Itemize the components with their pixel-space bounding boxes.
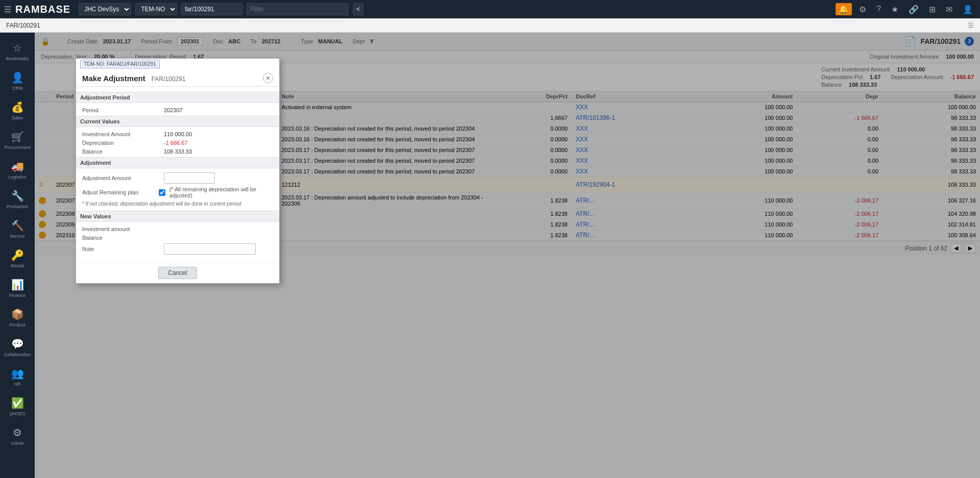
remaining-plan-label: Adjust Remaining plan [82, 189, 159, 195]
sidebar-item-collaboration[interactable]: 💬 Collaboration [0, 333, 35, 362]
investment-amount-field-row: Investment Amount 110 000.00 [82, 131, 273, 137]
logistics-icon: 🚚 [11, 160, 24, 172]
qhses-icon: ✅ [11, 397, 24, 409]
hr-icon: 👥 [11, 367, 24, 380]
breadcrumb-bar: FAR/100291 ☰ [0, 18, 980, 33]
new-balance-field-row: Balance [82, 235, 273, 241]
note-label: Note [82, 246, 164, 252]
sidebar-label-admin: Admin [11, 441, 24, 446]
modal-close-button[interactable]: × [263, 73, 273, 83]
bell-button[interactable]: 🔔 [836, 3, 852, 15]
sidebar-item-logistics[interactable]: 🚚 Logistics [0, 155, 35, 185]
content-area: 🔒 · Create Date 2023.01.17 Period From 2… [35, 33, 980, 478]
note-input[interactable] [164, 243, 256, 255]
new-values-section-header: New Values [76, 211, 279, 222]
new-balance-label: Balance [82, 235, 164, 241]
make-adjustment-dialog: TEM-NO: FARADJ/FAR/100291 Make Adjustmen… [76, 58, 280, 284]
adjustment-period-section-header: Adjustment Period [76, 92, 279, 103]
modal-far-ref: FAR/100291 [152, 76, 186, 83]
sales-icon: 💰 [11, 101, 24, 113]
adjustment-amount-field-row: Adjustment Amount [82, 172, 273, 184]
rental-icon: 🔑 [11, 249, 24, 261]
product-icon: 📦 [11, 308, 24, 320]
modal-footer: Cancel [76, 262, 279, 283]
app-logo: RAMBASE [15, 4, 70, 15]
sidebar-item-admin[interactable]: ⚙ Admin [0, 421, 35, 451]
menu-icon[interactable]: ☰ [968, 21, 974, 29]
nav-back-button[interactable]: < [353, 3, 363, 15]
path-input[interactable] [181, 3, 242, 15]
hamburger-icon[interactable]: ☰ [4, 5, 11, 14]
modal-body: Adjustment Period Period 202307 Current … [76, 87, 279, 262]
cancel-button[interactable]: Cancel [158, 267, 197, 279]
sidebar-item-hr[interactable]: 👥 HR [0, 362, 35, 392]
period-value: 202307 [164, 107, 183, 113]
settings-button[interactable]: ⚙ [856, 3, 869, 15]
depreciation-value: -1 666.67 [164, 140, 187, 146]
main-layout: ☆ Bookmarks 👤 CRM 💰 Sales 🛒 Procurement … [0, 33, 980, 478]
adjustment-amount-label: Adjustment Amount [82, 175, 164, 181]
sidebar-label-qhses: QHSES [9, 411, 26, 416]
sidebar: ☆ Bookmarks 👤 CRM 💰 Sales 🛒 Procurement … [0, 33, 35, 478]
adjustment-warning-note: * If not checked, depreciation adjustmen… [82, 201, 273, 207]
sidebar-label-collaboration: Collaboration [4, 352, 31, 357]
grid-button[interactable]: ⊞ [926, 3, 939, 15]
modal-title: Make Adjustment [82, 74, 145, 83]
company-select[interactable]: JHC DevSys [79, 3, 131, 15]
modal-header: Make Adjustment FAR/100291 × [76, 69, 279, 87]
sidebar-label-bookmarks: Bookmarks [6, 56, 29, 61]
sidebar-item-crm[interactable]: 👤 CRM [0, 66, 35, 96]
admin-icon: ⚙ [13, 426, 22, 439]
logo-text: RAMBASE [15, 4, 70, 15]
finance-icon: 📊 [11, 279, 24, 291]
sidebar-item-production[interactable]: 🔧 Production [0, 185, 35, 214]
sidebar-label-sales: Sales [12, 115, 23, 120]
adjustment-section-header: Adjustment [76, 157, 279, 168]
note-field-row: Note [82, 243, 273, 255]
sidebar-label-finance: Finance [9, 293, 26, 298]
user-button[interactable]: 👤 [960, 3, 976, 15]
production-icon: 🔧 [11, 190, 24, 202]
crm-icon: 👤 [11, 71, 24, 84]
current-values-section-header: Current Values [76, 116, 279, 127]
service-icon: 🔨 [11, 219, 24, 232]
tem-badge: TEM-NO: FARADJ/FAR/100291 [80, 60, 160, 68]
sidebar-item-qhses[interactable]: ✅ QHSES [0, 392, 35, 421]
depreciation-field-row: Depreciation -1 666.67 [82, 140, 273, 146]
depreciation-label: Depreciation [82, 140, 164, 146]
sidebar-label-service: Service [10, 234, 25, 239]
sidebar-item-service[interactable]: 🔨 Service [0, 214, 35, 244]
sidebar-label-product: Product [9, 322, 25, 328]
link-button[interactable]: 🔗 [905, 3, 922, 15]
remaining-plan-field-row: Adjust Remaining plan (* All remaining d… [82, 186, 273, 198]
sidebar-item-product[interactable]: 📦 Product [0, 303, 35, 333]
remaining-plan-note: (* All remaining depreciation will be ad… [169, 186, 273, 198]
env-select[interactable]: TEM-NO [135, 3, 177, 15]
breadcrumb: FAR/100291 [6, 22, 40, 29]
help-button[interactable]: ? [873, 3, 884, 15]
sidebar-item-rental[interactable]: 🔑 Rental [0, 244, 35, 273]
adjustment-amount-input[interactable] [164, 172, 215, 184]
sidebar-label-logistics: Logistics [8, 174, 26, 180]
remaining-plan-checkbox[interactable] [159, 189, 165, 196]
balance-cv-label: Balance [82, 148, 164, 155]
favorites-button[interactable]: ★ [888, 3, 901, 15]
mail-button[interactable]: ✉ [943, 3, 955, 15]
filter-input[interactable] [247, 3, 349, 15]
balance-cv-field-row: Balance 108 333.33 [82, 148, 273, 155]
sidebar-item-bookmarks[interactable]: ☆ Bookmarks [0, 37, 35, 66]
balance-cv-value: 108 333.33 [164, 148, 192, 155]
investment-amount-value: 110 000.00 [164, 131, 192, 137]
period-field-row: Period 202307 [82, 107, 273, 113]
sidebar-item-sales[interactable]: 💰 Sales [0, 96, 35, 125]
sidebar-item-finance[interactable]: 📊 Finance [0, 273, 35, 303]
collaboration-icon: 💬 [11, 338, 24, 350]
sidebar-item-procurement[interactable]: 🛒 Procurement [0, 125, 35, 155]
period-label: Period [82, 107, 164, 113]
new-investment-label: Investment amount [82, 226, 164, 232]
sidebar-label-crm: CRM [12, 86, 23, 91]
investment-amount-label: Investment Amount [82, 131, 164, 137]
sidebar-label-production: Production [6, 204, 28, 209]
sidebar-label-procurement: Procurement [4, 145, 31, 150]
bookmarks-icon: ☆ [13, 42, 22, 54]
